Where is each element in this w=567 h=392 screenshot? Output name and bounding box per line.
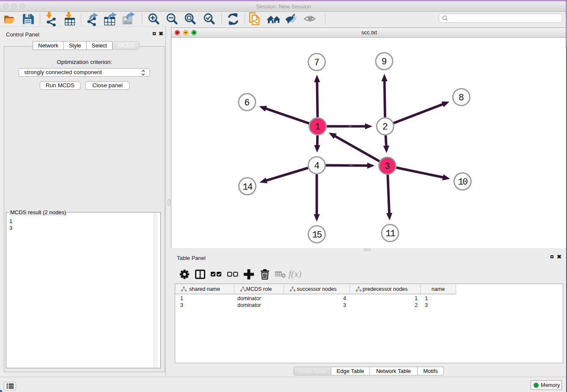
svg-text:8: 8 bbox=[459, 93, 464, 103]
svg-text:15: 15 bbox=[312, 230, 322, 240]
svg-text:2: 2 bbox=[383, 122, 388, 132]
svg-text:3: 3 bbox=[385, 161, 390, 171]
svg-text:10: 10 bbox=[458, 177, 468, 187]
svg-text:14: 14 bbox=[243, 182, 253, 192]
svg-text:9: 9 bbox=[381, 57, 387, 67]
svg-text:f(x): f(x) bbox=[289, 269, 302, 279]
svg-text:7: 7 bbox=[314, 58, 319, 68]
svg-text:6: 6 bbox=[244, 98, 250, 108]
svg-text:11: 11 bbox=[385, 229, 395, 239]
svg-text:1: 1 bbox=[315, 122, 320, 132]
svg-text:4: 4 bbox=[314, 161, 319, 171]
